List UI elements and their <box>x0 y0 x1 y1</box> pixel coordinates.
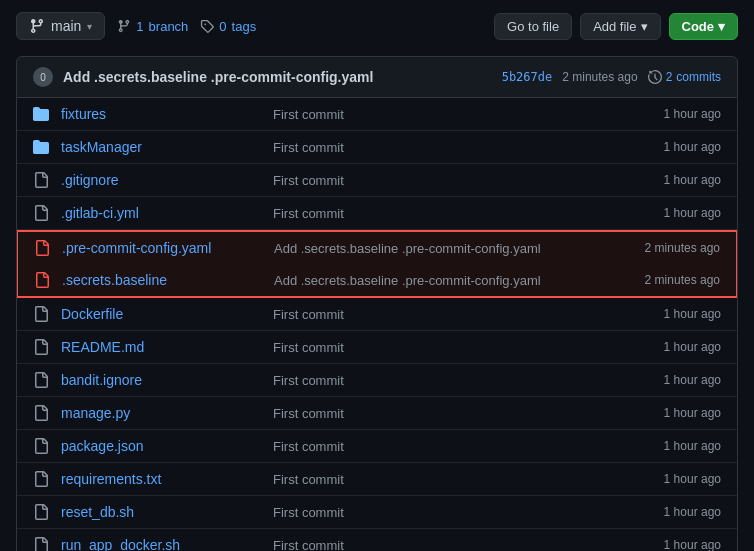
file-commit-message[interactable]: First commit <box>273 206 589 221</box>
file-name[interactable]: Dockerfile <box>61 306 261 322</box>
branch-count-label: branch <box>149 19 189 34</box>
tag-count-label: tags <box>232 19 257 34</box>
tag-count-link[interactable]: 0 tags <box>200 19 256 34</box>
folder-icon <box>33 106 49 122</box>
table-row: package.jsonFirst commit1 hour ago <box>17 430 737 463</box>
commit-banner: 0 Add .secrets.baseline .pre-commit-conf… <box>16 56 738 98</box>
file-icon <box>33 438 49 454</box>
file-time: 1 hour ago <box>601 373 721 387</box>
file-name[interactable]: README.md <box>61 339 261 355</box>
file-icon <box>33 405 49 421</box>
branch-chevron-icon: ▾ <box>87 21 92 32</box>
commit-time: 2 minutes ago <box>562 70 637 84</box>
code-chevron-icon: ▾ <box>718 19 725 34</box>
file-time: 1 hour ago <box>601 505 721 519</box>
file-time: 1 hour ago <box>601 206 721 220</box>
table-row: .gitignoreFirst commit1 hour ago <box>17 164 737 197</box>
file-icon <box>33 471 49 487</box>
avatar: 0 <box>33 67 53 87</box>
file-name[interactable]: .secrets.baseline <box>62 272 262 288</box>
file-name[interactable]: bandit.ignore <box>61 372 261 388</box>
tag-icon <box>200 19 214 33</box>
file-name[interactable]: reset_db.sh <box>61 504 261 520</box>
file-name[interactable]: requirements.txt <box>61 471 261 487</box>
commits-label: commits <box>676 70 721 84</box>
add-file-button[interactable]: Add file ▾ <box>580 13 660 40</box>
file-name[interactable]: taskManager <box>61 139 261 155</box>
file-commit-message[interactable]: First commit <box>273 406 589 421</box>
file-icon <box>33 339 49 355</box>
commit-message[interactable]: Add .secrets.baseline .pre-commit-config… <box>63 69 492 85</box>
file-commit-message[interactable]: First commit <box>273 439 589 454</box>
add-file-label: Add file <box>593 19 636 34</box>
file-name[interactable]: .gitlab-ci.yml <box>61 205 261 221</box>
file-commit-message[interactable]: Add .secrets.baseline .pre-commit-config… <box>274 273 588 288</box>
table-row: reset_db.shFirst commit1 hour ago <box>17 496 737 529</box>
file-commit-message[interactable]: First commit <box>273 538 589 552</box>
file-name[interactable]: .pre-commit-config.yaml <box>62 240 262 256</box>
goto-file-button[interactable]: Go to file <box>494 13 572 40</box>
branch-count-value: 1 <box>136 19 143 34</box>
file-icon <box>33 172 49 188</box>
code-button[interactable]: Code ▾ <box>669 13 739 40</box>
table-row: README.mdFirst commit1 hour ago <box>17 331 737 364</box>
toolbar: main ▾ 1 branch 0 tags Go to file <box>16 12 738 40</box>
table-row: DockerfileFirst commit1 hour ago <box>17 298 737 331</box>
folder-icon <box>33 139 49 155</box>
table-row: .pre-commit-config.yamlAdd .secrets.base… <box>16 230 738 266</box>
file-commit-message[interactable]: First commit <box>273 373 589 388</box>
file-commit-message[interactable]: Add .secrets.baseline .pre-commit-config… <box>274 241 588 256</box>
file-table: fixturesFirst commit1 hour agotaskManage… <box>16 98 738 551</box>
table-row: bandit.ignoreFirst commit1 hour ago <box>17 364 737 397</box>
table-row: taskManagerFirst commit1 hour ago <box>17 131 737 164</box>
file-time: 2 minutes ago <box>600 241 720 255</box>
commits-count[interactable]: 2 commits <box>648 70 721 84</box>
branch-button[interactable]: main ▾ <box>16 12 105 40</box>
file-name[interactable]: fixtures <box>61 106 261 122</box>
file-icon <box>33 205 49 221</box>
file-name[interactable]: run_app_docker.sh <box>61 537 261 551</box>
branch-name: main <box>51 18 81 34</box>
file-time: 2 minutes ago <box>600 273 720 287</box>
file-commit-message[interactable]: First commit <box>273 173 589 188</box>
table-row: .secrets.baselineAdd .secrets.baseline .… <box>16 264 738 298</box>
file-icon <box>34 240 50 256</box>
commits-count-value: 2 <box>666 70 673 84</box>
file-name[interactable]: manage.py <box>61 405 261 421</box>
commit-hash[interactable]: 5b267de <box>502 70 553 84</box>
file-commit-message[interactable]: First commit <box>273 107 589 122</box>
file-icon <box>33 306 49 322</box>
toolbar-right: Go to file Add file ▾ Code ▾ <box>494 13 738 40</box>
table-row: manage.pyFirst commit1 hour ago <box>17 397 737 430</box>
file-icon <box>33 537 49 551</box>
file-time: 1 hour ago <box>601 173 721 187</box>
file-commit-message[interactable]: First commit <box>273 140 589 155</box>
branch-icon <box>29 18 45 34</box>
file-name[interactable]: package.json <box>61 438 261 454</box>
file-icon <box>34 272 50 288</box>
file-time: 1 hour ago <box>601 538 721 551</box>
file-commit-message[interactable]: First commit <box>273 505 589 520</box>
file-commit-message[interactable]: First commit <box>273 472 589 487</box>
file-commit-message[interactable]: First commit <box>273 340 589 355</box>
branch-count-link[interactable]: 1 branch <box>117 19 188 34</box>
table-row: .gitlab-ci.ymlFirst commit1 hour ago <box>17 197 737 230</box>
file-time: 1 hour ago <box>601 439 721 453</box>
file-time: 1 hour ago <box>601 406 721 420</box>
file-icon <box>33 372 49 388</box>
file-time: 1 hour ago <box>601 107 721 121</box>
history-icon <box>648 70 662 84</box>
file-icon <box>33 504 49 520</box>
file-time: 1 hour ago <box>601 472 721 486</box>
file-time: 1 hour ago <box>601 140 721 154</box>
file-time: 1 hour ago <box>601 340 721 354</box>
file-name[interactable]: .gitignore <box>61 172 261 188</box>
file-time: 1 hour ago <box>601 307 721 321</box>
file-commit-message[interactable]: First commit <box>273 307 589 322</box>
code-label: Code <box>682 19 715 34</box>
tag-count-value: 0 <box>219 19 226 34</box>
table-row: fixturesFirst commit1 hour ago <box>17 98 737 131</box>
toolbar-left: main ▾ 1 branch 0 tags <box>16 12 256 40</box>
table-row: requirements.txtFirst commit1 hour ago <box>17 463 737 496</box>
add-file-chevron-icon: ▾ <box>641 19 648 34</box>
